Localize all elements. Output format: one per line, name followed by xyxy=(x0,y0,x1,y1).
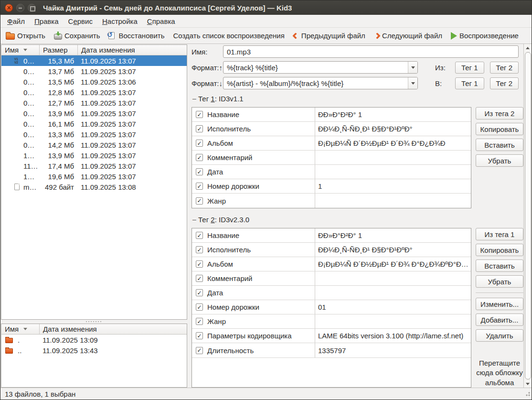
field-checkbox[interactable] xyxy=(196,303,203,311)
tag-field-row[interactable]: Номер дорожки 1 xyxy=(192,179,471,194)
tag-action-button[interactable]: Из тега 2 xyxy=(476,107,523,119)
chevron-down-icon[interactable] xyxy=(408,77,417,89)
toolbar-button[interactable]: Следующий файл xyxy=(371,30,446,42)
minimize-button-icon[interactable] xyxy=(16,4,24,12)
toolbar-button[interactable]: Предыдущий файл xyxy=(290,30,369,42)
field-checkbox[interactable] xyxy=(196,318,203,325)
toolbar-button[interactable]: Открыть xyxy=(2,30,49,42)
tag-action-button[interactable]: Вставить xyxy=(476,259,523,272)
dir-row[interactable]: . 11.09.2025 13:09 xyxy=(1,335,187,345)
field-value[interactable]: Ð¡ÐµÐ¼Ñ Ð´Ð½ÐµÐ¹ Ð´Ð¾ Ð°Ð¿Ð¾ÐºÐ°Ð… xyxy=(315,257,471,271)
field-value[interactable] xyxy=(315,314,471,328)
tag-field-row[interactable]: Название ÐÐ»Ð°Ð²Ð° 1 xyxy=(192,108,471,122)
tag-action-button[interactable]: Убрать xyxy=(476,154,523,167)
tag-action-button[interactable]: Вставить xyxy=(476,139,523,151)
tag-field-row[interactable]: Длительность 1335797 xyxy=(192,343,471,357)
field-value[interactable]: 01 xyxy=(315,300,471,314)
toolbar-button[interactable]: Создать список воспроизведения xyxy=(170,30,288,42)
frame-action-button[interactable]: Добавить... xyxy=(476,314,523,326)
file-row[interactable]: 0… 14,2 Мб 11.09.2025 13:07 xyxy=(1,140,187,150)
to-tag2-button[interactable]: Тег 2 xyxy=(490,77,519,89)
file-row[interactable]: 0… 13,7 Мб 11.09.2025 13:07 xyxy=(1,66,187,76)
field-checkbox[interactable] xyxy=(196,232,203,239)
field-checkbox[interactable] xyxy=(196,289,203,296)
tag-action-button[interactable]: Копировать xyxy=(476,244,523,256)
file-row[interactable]: 0… 13,5 Мб 11.09.2025 13:06 xyxy=(1,76,187,87)
field-value[interactable]: Ð¡ÐµÐ¼Ñ Ð´Ð½ÐµÐ¹ Ð´Ð¾ Ð°Ð¿Ð¾Ð xyxy=(315,136,471,150)
tag-field-row[interactable]: Дата xyxy=(192,165,471,179)
field-checkbox[interactable] xyxy=(196,168,203,175)
field-value[interactable]: 1335797 xyxy=(315,343,471,357)
field-checkbox[interactable] xyxy=(196,347,203,354)
file-row[interactable]: 1… 13,9 Мб 11.09.2025 13:07 xyxy=(1,150,187,161)
menu-item[interactable]: Настройка xyxy=(97,16,142,27)
field-value[interactable] xyxy=(315,271,471,285)
scroll-up-icon[interactable] xyxy=(524,44,532,52)
resize-grip[interactable] xyxy=(524,390,531,397)
file-row[interactable]: 0… 12,7 Мб 11.09.2025 13:07 xyxy=(1,97,187,108)
toolbar-button[interactable]: Восстановить xyxy=(105,30,168,42)
toolbar-button[interactable]: Воспроизведение xyxy=(447,30,522,42)
close-button-icon[interactable] xyxy=(5,4,13,12)
tag-field-row[interactable]: Комментарий xyxy=(192,271,471,286)
maximize-button-icon[interactable] xyxy=(28,4,36,12)
field-value[interactable]: ÐÐ»Ð°Ð²Ð° 1 xyxy=(315,108,471,121)
file-row[interactable]: 1… 19,6 Мб 11.09.2025 13:07 xyxy=(1,171,187,182)
field-value[interactable]: 1 xyxy=(315,179,471,193)
file-row[interactable]: 0… 16,1 Мб 11.09.2025 13:07 xyxy=(1,119,187,129)
field-checkbox[interactable] xyxy=(196,183,203,190)
field-checkbox[interactable] xyxy=(196,275,203,282)
file-row[interactable]: 0… 13,9 Мб 11.09.2025 13:07 xyxy=(1,108,187,119)
tag-action-button[interactable]: Убрать xyxy=(476,275,523,288)
file-row[interactable]: 0… 13,3 Мб 11.09.2025 13:07 xyxy=(1,129,187,140)
tag-field-row[interactable]: Жанр xyxy=(192,194,471,208)
field-value[interactable] xyxy=(315,151,471,164)
field-value[interactable]: LAME 64bits version 3.100 (http://lame.s… xyxy=(315,329,471,343)
field-value[interactable] xyxy=(315,165,471,179)
field-value[interactable]: ÐÐ¼Ð¸Ñ-ÑÐ¸Ð¹ Ð§Ð°Ð¹ÐºÐ° xyxy=(315,122,471,136)
menu-item[interactable]: Справка xyxy=(142,16,180,27)
filename-input[interactable] xyxy=(223,45,519,58)
tag-field-row[interactable]: Альбом Ð¡ÐµÐ¼Ñ Ð´Ð½ÐµÐ¹ Ð´Ð¾ Ð°Ð¿Ð¾ÐºÐ°Ð… xyxy=(192,257,471,271)
column-header-name[interactable]: Имя xyxy=(1,45,40,55)
tag-field-row[interactable]: Параметры кодировщика LAME 64bits versio… xyxy=(192,329,471,343)
field-checkbox[interactable] xyxy=(196,260,203,268)
tag-field-row[interactable]: Комментарий xyxy=(192,151,471,165)
menu-item[interactable]: Файл xyxy=(2,16,30,27)
field-checkbox[interactable] xyxy=(196,332,203,339)
column-header-date[interactable]: Дата изменения xyxy=(78,45,187,55)
tag-field-row[interactable]: Дата xyxy=(192,286,471,300)
format-from-combobox[interactable]: %{track} %{title} xyxy=(223,61,418,74)
tag-field-row[interactable]: Номер дорожки 01 xyxy=(192,300,471,314)
field-value[interactable]: ÐÐ¼Ð¸Ñ-ÑÐ¸Ð¹ Ð§Ð°Ð¹ÐºÐ° xyxy=(315,243,471,257)
tag-field-row[interactable]: Альбом Ð¡ÐµÐ¼Ñ Ð´Ð½ÐµÐ¹ Ð´Ð¾ Ð°Ð¿Ð¾Ð xyxy=(192,136,471,151)
collapse-icon[interactable] xyxy=(192,216,198,222)
tag-field-row[interactable]: Исполнитель ÐÐ¼Ð¸Ñ-ÑÐ¸Ð¹ Ð§Ð°Ð¹ÐºÐ° xyxy=(192,122,471,136)
file-row[interactable]: 0… 15,3 Мб 11.09.2025 13:07 xyxy=(1,55,187,66)
file-row[interactable]: 0… 12,8 Мб 11.09.2025 13:07 xyxy=(1,87,187,97)
chevron-down-icon[interactable] xyxy=(408,62,417,73)
toolbar-button[interactable]: Сохранить xyxy=(51,30,104,42)
field-checkbox[interactable] xyxy=(196,154,203,161)
horizontal-splitter[interactable] xyxy=(1,320,187,324)
tag-field-row[interactable]: Название ÐÐ»Ð°Ð²Ð° 1 xyxy=(192,228,471,243)
frame-action-button[interactable]: Удалить xyxy=(476,329,523,342)
tag1-section-header[interactable]: Тег 1: ID3v1.1 xyxy=(192,94,519,103)
field-checkbox[interactable] xyxy=(196,140,203,147)
format-to-combobox[interactable]: %{artist} - %{album}/%{track} %{title} xyxy=(223,77,418,89)
from-tag1-button[interactable]: Тег 1 xyxy=(455,62,484,74)
tag-action-button[interactable]: Из тега 1 xyxy=(476,228,523,240)
file-row[interactable]: m… 492 байт 11.09.2025 13:08 xyxy=(1,182,187,192)
field-checkbox[interactable] xyxy=(196,125,203,132)
column-header-size[interactable]: Размер xyxy=(40,45,78,55)
menu-item[interactable]: Сервис xyxy=(64,16,97,27)
frame-action-button[interactable]: Изменить... xyxy=(476,298,523,310)
field-value[interactable] xyxy=(315,286,471,300)
collapse-icon[interactable] xyxy=(192,96,198,101)
tag2-section-header[interactable]: Тег 2: ID3v2.3.0 xyxy=(192,215,519,224)
field-checkbox[interactable] xyxy=(196,246,203,253)
to-tag1-button[interactable]: Тег 1 xyxy=(455,77,484,89)
field-value[interactable]: ÐÐ»Ð°Ð²Ð° 1 xyxy=(315,228,471,242)
column-header-date[interactable]: Дата изменения xyxy=(40,324,187,334)
from-tag2-button[interactable]: Тег 2 xyxy=(490,62,519,74)
